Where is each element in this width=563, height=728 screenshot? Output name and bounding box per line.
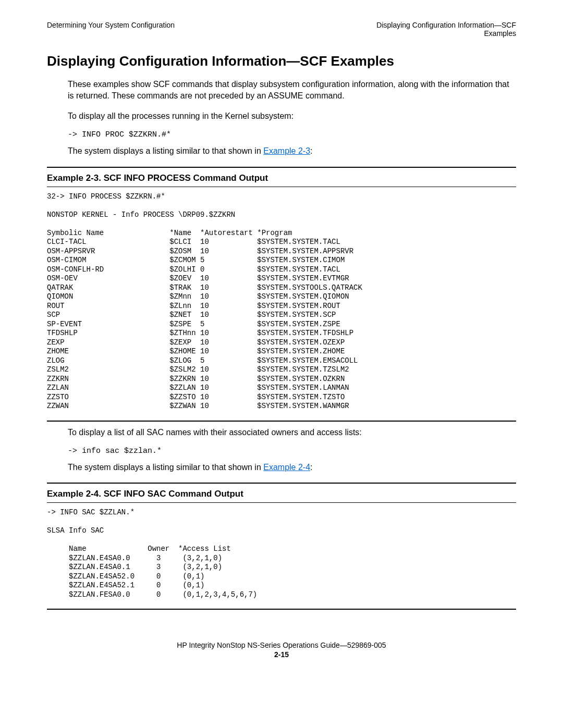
example23-listing: 32-> INFO PROCESS $ZZKRN.#* NONSTOP KERN… bbox=[47, 192, 516, 411]
page-header: Determining Your System Configuration Di… bbox=[47, 21, 516, 38]
example23-lead-pre: The system displays a listing similar to… bbox=[68, 146, 263, 155]
example24-lead: The system displays a listing similar to… bbox=[68, 462, 516, 473]
page-footer: HP Integrity NonStop NS-Series Operation… bbox=[47, 641, 516, 659]
intro-paragraph: These examples show SCF commands that di… bbox=[68, 79, 516, 102]
header-right: Displaying Configuration Information—SCF… bbox=[376, 21, 516, 38]
example24-top-rule bbox=[47, 483, 516, 484]
example24-title-rule bbox=[47, 502, 516, 503]
example23-link[interactable]: Example 2-3 bbox=[263, 146, 310, 155]
header-right-line2: Examples bbox=[376, 29, 516, 38]
example24-lead-post: : bbox=[310, 463, 312, 472]
example24-bottom-rule bbox=[47, 609, 516, 610]
example23-lead: The system displays a listing similar to… bbox=[68, 145, 516, 157]
example24-title: Example 2-4. SCF INFO SAC Command Output bbox=[47, 489, 516, 499]
example24-link[interactable]: Example 2-4 bbox=[263, 463, 310, 472]
display-processes-text: To display all the processes running in … bbox=[68, 110, 516, 122]
example23-bottom-rule bbox=[47, 421, 516, 422]
info-sac-command: -> info sac $zzlan.* bbox=[68, 447, 516, 455]
header-left: Determining Your System Configuration bbox=[47, 21, 175, 38]
example23-title-rule bbox=[47, 187, 516, 187]
footer-doc-title: HP Integrity NonStop NS-Series Operation… bbox=[47, 641, 516, 649]
example23-top-rule bbox=[47, 167, 516, 168]
example24-listing: -> INFO SAC $ZZLAN.* SLSA Info SAC Name … bbox=[47, 508, 516, 599]
display-sac-text: To display a list of all SAC names with … bbox=[68, 427, 516, 438]
header-right-line1: Displaying Configuration Information—SCF bbox=[376, 21, 516, 29]
example23-lead-post: : bbox=[310, 146, 312, 155]
example24-lead-pre: The system displays a listing similar to… bbox=[68, 463, 263, 472]
example23-title: Example 2-3. SCF INFO PROCESS Command Ou… bbox=[47, 173, 516, 183]
footer-page-number: 2-15 bbox=[47, 650, 516, 659]
page-title: Displaying Configuration Information—SCF… bbox=[47, 53, 516, 69]
info-proc-command: -> INFO PROC $ZZKRN.#* bbox=[68, 130, 516, 139]
